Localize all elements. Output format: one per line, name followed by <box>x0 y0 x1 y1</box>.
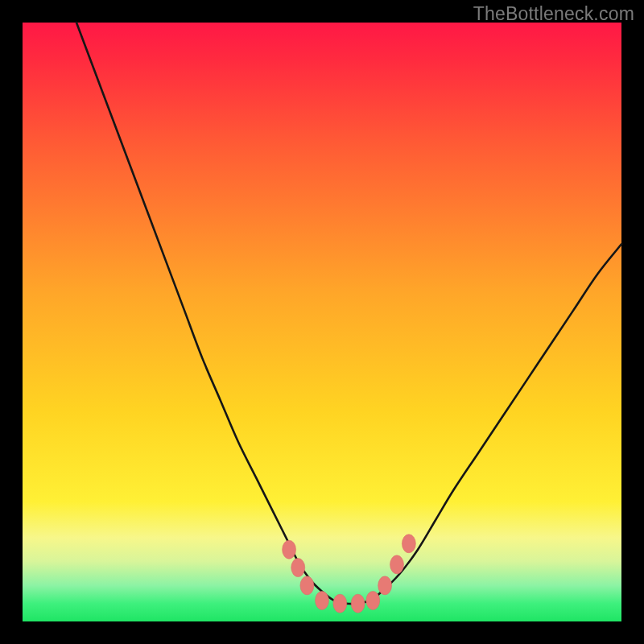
chart-frame: TheBottleneck.com <box>0 0 644 644</box>
curve-marker <box>351 594 365 613</box>
plot-area <box>23 23 621 621</box>
bottleneck-curve <box>76 23 621 604</box>
curve-marker <box>378 576 392 595</box>
curve-marker <box>333 594 347 613</box>
curve-marker <box>366 591 380 609</box>
curve-marker <box>300 576 314 595</box>
curve-marker <box>283 540 296 559</box>
curve-marker <box>291 559 305 577</box>
watermark-text: TheBottleneck.com <box>473 3 634 25</box>
curve-svg <box>23 23 621 621</box>
curve-marker <box>316 591 329 609</box>
curve-marker <box>402 535 415 553</box>
curve-marker <box>390 555 404 574</box>
curve-markers <box>283 535 416 613</box>
